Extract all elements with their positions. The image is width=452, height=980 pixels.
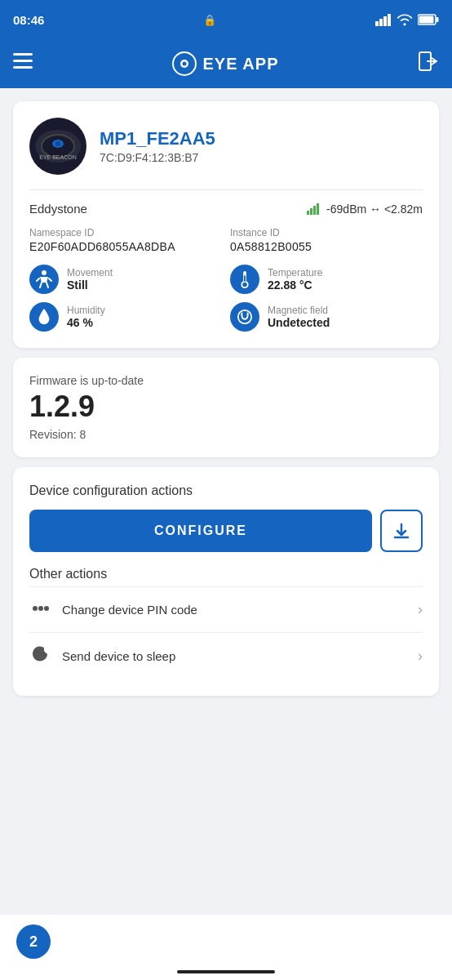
status-icons — [375, 13, 439, 26]
svg-point-33 — [38, 606, 43, 611]
sensor-temp-data: Temperature 22.88 °C — [268, 267, 322, 292]
sensor-movement-data: Movement Still — [67, 267, 113, 292]
svg-rect-21 — [310, 208, 312, 215]
device-type-row: Eddystone -69dBm ↔ <2.82m — [29, 202, 423, 216]
namespace-group: Namespace ID E20F60ADD68055AA8DBA — [29, 227, 222, 253]
change-pin-row[interactable]: Change device PIN code › — [29, 586, 423, 632]
sensor-humidity-data: Humidity 46 % — [67, 305, 105, 329]
logout-button[interactable] — [418, 51, 439, 77]
status-bar: 08:46 🔒 — [0, 0, 452, 39]
firmware-card: Firmware is up-to-date 1.2.9 Revision: 8 — [13, 358, 439, 457]
sensor-temperature: Temperature 22.88 °C — [230, 265, 423, 294]
svg-rect-8 — [13, 60, 33, 62]
config-section-label: Device configuration actions — [29, 483, 423, 498]
humidity-icon — [29, 302, 59, 332]
svg-point-12 — [182, 62, 186, 66]
device-type: Eddystone — [29, 202, 87, 216]
svg-rect-23 — [317, 203, 319, 215]
device-mac: 7C:D9:F4:12:3B:B7 — [100, 151, 215, 164]
signal-icon — [375, 13, 392, 26]
svg-point-18 — [55, 141, 60, 146]
sensor-magnetic-data: Magnetic field Undetected — [268, 305, 330, 329]
wifi-icon — [397, 13, 413, 26]
movement-label: Movement — [67, 267, 113, 278]
svg-rect-6 — [419, 16, 434, 24]
svg-rect-9 — [13, 66, 33, 69]
nav-badge[interactable]: 2 — [16, 924, 51, 959]
instance-label: Instance ID — [230, 227, 423, 238]
separator — [29, 189, 423, 190]
magnetic-icon — [230, 302, 259, 332]
other-actions-label: Other actions — [29, 567, 423, 581]
pin-icon — [29, 600, 52, 619]
sleep-text: Send device to sleep — [62, 649, 175, 663]
temperature-icon — [230, 265, 259, 294]
eye-icon — [172, 51, 197, 76]
app-title-text: EYE APP — [203, 55, 279, 74]
app-header: EYE APP — [0, 39, 452, 88]
change-pin-text: Change device PIN code — [62, 603, 197, 617]
battery-icon — [418, 14, 439, 25]
sleep-row[interactable]: Send device to sleep › — [29, 632, 423, 679]
temp-label: Temperature — [268, 267, 322, 278]
id-section: Namespace ID E20F60ADD68055AA8DBA Instan… — [29, 227, 423, 253]
signal-strength-icon — [307, 203, 321, 215]
device-name: MP1_FE2AA5 — [100, 128, 215, 149]
svg-rect-28 — [244, 275, 246, 281]
device-identity: MP1_FE2AA5 7C:D9:F4:12:3B:B7 — [100, 128, 215, 164]
device-image: EYE BEACON — [29, 118, 86, 175]
id-row: Namespace ID E20F60ADD68055AA8DBA Instan… — [29, 227, 423, 253]
namespace-value: E20F60ADD68055AA8DBA — [29, 240, 222, 253]
svg-rect-2 — [383, 16, 387, 26]
config-actions: CONFIGURE — [29, 510, 423, 552]
svg-rect-7 — [13, 53, 33, 56]
home-indicator — [177, 970, 275, 973]
instance-value: 0A58812B0055 — [230, 240, 423, 253]
svg-rect-22 — [313, 206, 316, 215]
svg-point-24 — [42, 270, 47, 275]
svg-rect-0 — [375, 21, 379, 26]
download-icon — [392, 521, 411, 541]
humidity-value: 46 % — [67, 316, 105, 329]
magnetic-value: Undetected — [268, 316, 330, 329]
signal-info: -69dBm ↔ <2.82m — [307, 203, 423, 216]
firmware-version: 1.2.9 — [29, 390, 423, 423]
configure-button[interactable]: CONFIGURE — [29, 510, 372, 552]
namespace-label: Namespace ID — [29, 227, 222, 238]
svg-point-29 — [238, 310, 251, 323]
bottom-nav: 2 — [0, 915, 452, 980]
download-button[interactable] — [380, 510, 423, 552]
sensor-humidity: Humidity 46 % — [29, 302, 222, 332]
svg-rect-5 — [436, 17, 439, 22]
svg-point-27 — [242, 283, 247, 287]
humidity-label: Humidity — [67, 305, 105, 316]
instance-group: Instance ID 0A58812B0055 — [230, 227, 423, 253]
menu-button[interactable] — [13, 53, 33, 74]
svg-rect-1 — [379, 19, 383, 26]
sensor-magnetic: Magnetic field Undetected — [230, 302, 423, 332]
lock-icon: 🔒 — [203, 14, 216, 26]
sleep-icon — [29, 646, 52, 666]
sensor-grid: Movement Still Temperature 22.88 °C — [29, 265, 423, 332]
chevron-right-pin: › — [418, 601, 423, 618]
device-header: EYE BEACON MP1_FE2AA5 7C:D9:F4:12:3B:B7 — [29, 118, 423, 175]
svg-text:EYE BEACON: EYE BEACON — [39, 154, 77, 160]
temp-value: 22.88 °C — [268, 278, 322, 292]
app-title: EYE APP — [172, 51, 279, 76]
change-pin-left: Change device PIN code — [29, 600, 197, 619]
movement-icon — [29, 265, 59, 294]
movement-value: Still — [67, 278, 113, 292]
sleep-left: Send device to sleep — [29, 646, 175, 666]
chevron-right-sleep: › — [418, 648, 423, 665]
config-card: Device configuration actions CONFIGURE O… — [13, 467, 439, 696]
svg-point-34 — [44, 606, 49, 611]
firmware-status: Firmware is up-to-date — [29, 374, 423, 387]
firmware-revision: Revision: 8 — [29, 428, 423, 441]
svg-rect-20 — [307, 211, 309, 215]
svg-point-32 — [33, 606, 38, 611]
status-time: 08:46 — [13, 13, 44, 27]
main-content: EYE BEACON MP1_FE2AA5 7C:D9:F4:12:3B:B7 … — [0, 88, 452, 777]
sensor-movement: Movement Still — [29, 265, 222, 294]
magnetic-label: Magnetic field — [268, 305, 330, 316]
signal-value: -69dBm ↔ <2.82m — [326, 203, 423, 216]
